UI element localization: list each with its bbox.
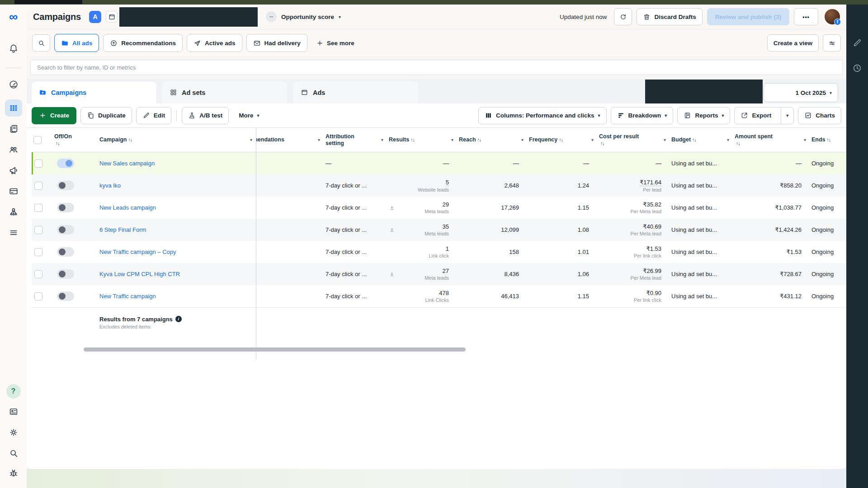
- view-settings-button[interactable]: [823, 34, 841, 52]
- tab-ads[interactable]: Ads: [293, 81, 418, 103]
- columns-button[interactable]: Columns: Performance and clicks: [478, 107, 607, 124]
- nav-overview[interactable]: [9, 80, 19, 89]
- campaign-toggle-off[interactable]: [57, 269, 74, 279]
- header-recommendations[interactable]: Recommendations: [256, 136, 324, 143]
- edit-button[interactable]: Edit: [136, 107, 172, 124]
- chevron-down-icon[interactable]: [318, 137, 320, 143]
- nav-pages[interactable]: [9, 124, 19, 134]
- header-reach[interactable]: Reach: [457, 136, 527, 143]
- chevron-down-icon[interactable]: [727, 137, 729, 143]
- export-button[interactable]: Export: [734, 107, 794, 124]
- help-button[interactable]: ?: [6, 384, 21, 399]
- campaign-toggle-off[interactable]: [57, 291, 74, 301]
- nav-updates[interactable]: [9, 407, 19, 417]
- select-all-checkbox[interactable]: [33, 136, 42, 144]
- nav-all-tools[interactable]: [9, 228, 19, 238]
- account-badge[interactable]: A: [89, 11, 101, 23]
- chevron-down-icon[interactable]: [339, 14, 341, 19]
- filter-chip-recommendations[interactable]: Recommendations: [103, 34, 183, 52]
- insights-rail-button[interactable]: [850, 11, 864, 24]
- nav-report-bug[interactable]: [9, 468, 19, 478]
- see-more-button[interactable]: See more: [311, 39, 359, 47]
- reports-button[interactable]: Reports: [677, 107, 730, 124]
- chevron-down-icon[interactable]: [591, 137, 594, 143]
- row-checkbox[interactable]: [34, 182, 42, 190]
- search-input[interactable]: [30, 60, 843, 75]
- filter-chip-active-ads[interactable]: Active ads: [187, 34, 242, 52]
- ab-test-button[interactable]: A/B test: [182, 107, 229, 124]
- campaign-name-link[interactable]: kyva lko: [99, 182, 252, 189]
- header-select-all[interactable]: [32, 136, 52, 144]
- export-caret-segment[interactable]: [781, 108, 793, 124]
- row-checkbox[interactable]: [34, 204, 42, 212]
- filter-chip-all-ads[interactable]: All ads: [54, 34, 99, 52]
- meta-logo[interactable]: ∞: [9, 11, 18, 23]
- header-amount-spent[interactable]: Amount spent: [733, 133, 810, 146]
- export-main-segment[interactable]: Export: [735, 108, 777, 124]
- tab-campaigns[interactable]: Campaigns: [32, 81, 156, 103]
- row-checkbox[interactable]: [34, 270, 42, 278]
- nav-settings[interactable]: [9, 427, 19, 437]
- date-range-button[interactable]: 1 Oct 2025: [764, 83, 838, 102]
- create-a-view-button[interactable]: Create a view: [767, 34, 819, 52]
- campaign-name-link[interactable]: New Sales campaign: [99, 160, 252, 167]
- discard-drafts-button[interactable]: Discard Drafts: [637, 8, 702, 25]
- filter-chip-had-delivery[interactable]: Had delivery: [246, 34, 307, 52]
- campaign-name-link[interactable]: New Traffic campaign: [99, 293, 252, 300]
- nav-audiences[interactable]: [9, 145, 19, 155]
- header-campaign[interactable]: Campaign: [98, 136, 256, 143]
- header-ends[interactable]: Ends: [810, 136, 846, 143]
- chevron-down-icon[interactable]: [451, 137, 453, 143]
- avatar[interactable]: f: [825, 9, 840, 24]
- row-checkbox[interactable]: [34, 226, 42, 234]
- header-results[interactable]: Results: [387, 136, 457, 143]
- review-publish-button[interactable]: Review and publish (3): [707, 8, 789, 25]
- breakdown-button[interactable]: Breakdown: [611, 107, 674, 124]
- campaign-name-link[interactable]: New Leads campaign: [99, 204, 252, 211]
- campaign-toggle-off[interactable]: [57, 203, 74, 212]
- row-checkbox[interactable]: [34, 292, 42, 300]
- filter-search-button[interactable]: [32, 34, 50, 52]
- campaign-toggle-off[interactable]: [57, 247, 74, 257]
- more-button[interactable]: More: [233, 107, 265, 124]
- workspace-icon[interactable]: [106, 11, 118, 23]
- nav-notifications[interactable]: [9, 43, 19, 53]
- row-checkbox[interactable]: [34, 160, 42, 168]
- chevron-down-icon[interactable]: [804, 137, 806, 143]
- charts-button[interactable]: Charts: [798, 107, 841, 124]
- header-budget[interactable]: Budget: [670, 136, 733, 143]
- nav-billing[interactable]: [9, 186, 19, 196]
- create-button[interactable]: Create: [32, 107, 76, 124]
- chevron-down-icon[interactable]: [521, 137, 524, 143]
- download-results-button[interactable]: [389, 205, 395, 211]
- charts-label: Charts: [816, 112, 835, 119]
- chevron-down-icon[interactable]: [250, 137, 252, 143]
- row-checkbox[interactable]: [34, 248, 42, 256]
- campaign-name-link[interactable]: Kyva Low CPM CPL High CTR: [99, 271, 252, 277]
- nav-campaigns-active[interactable]: [5, 99, 22, 117]
- campaign-toggle-on[interactable]: [57, 159, 74, 168]
- duplicate-button[interactable]: Duplicate: [80, 107, 132, 124]
- info-icon[interactable]: i: [175, 316, 182, 322]
- tab-ad-sets[interactable]: Ad sets: [162, 81, 287, 103]
- header-off-on[interactable]: Off/On: [52, 133, 98, 146]
- history-rail-button[interactable]: [850, 61, 864, 75]
- edit-rail-button[interactable]: [850, 36, 864, 50]
- header-cost-per-result[interactable]: Cost per result: [597, 133, 670, 146]
- horizontal-scrollbar-thumb[interactable]: [84, 347, 466, 352]
- campaign-name-link[interactable]: New Traffic campaign – Copy: [99, 249, 252, 255]
- refresh-button[interactable]: [614, 8, 632, 25]
- campaign-toggle-off[interactable]: [57, 181, 74, 190]
- nav-events-manager[interactable]: [9, 207, 19, 217]
- campaign-name-link[interactable]: 6 Step Final Form: [99, 226, 252, 233]
- chevron-down-icon[interactable]: [664, 137, 666, 143]
- nav-ads-promote[interactable]: [9, 165, 19, 175]
- more-options-button[interactable]: [794, 8, 818, 25]
- nav-search[interactable]: [9, 448, 19, 458]
- chevron-down-icon[interactable]: [381, 137, 383, 143]
- campaign-toggle-off[interactable]: [57, 225, 74, 235]
- download-results-button[interactable]: [389, 271, 395, 277]
- download-results-button[interactable]: [389, 227, 395, 233]
- header-attribution-setting[interactable]: Attribution setting: [324, 133, 387, 146]
- header-frequency[interactable]: Frequency: [527, 136, 597, 143]
